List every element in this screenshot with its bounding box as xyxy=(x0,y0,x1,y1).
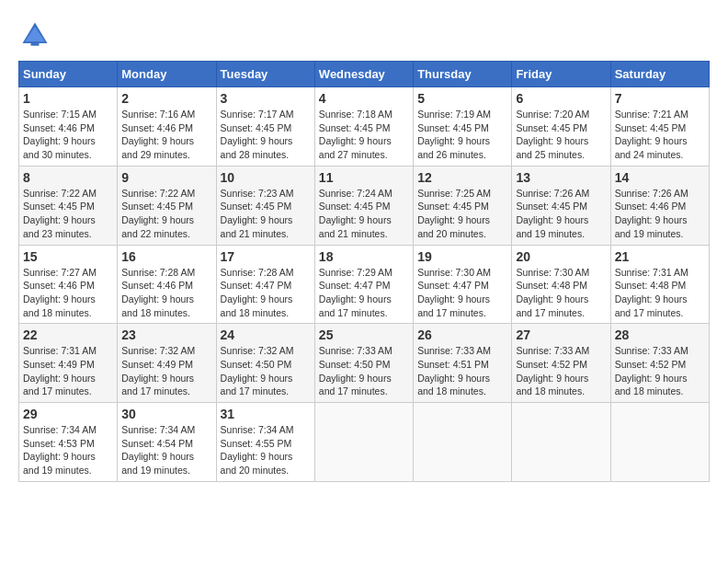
day-info: Sunrise: 7:21 AMSunset: 4:45 PMDaylight:… xyxy=(615,108,705,162)
day-info: Sunrise: 7:31 AMSunset: 4:48 PMDaylight:… xyxy=(615,266,705,320)
day-number: 17 xyxy=(221,249,311,264)
week-row-4: 22 Sunrise: 7:31 AMSunset: 4:49 PMDaylig… xyxy=(19,324,710,403)
calendar-header-row: SundayMondayTuesdayWednesdayThursdayFrid… xyxy=(19,62,710,87)
day-number: 29 xyxy=(23,407,113,421)
calendar-cell: 9 Sunrise: 7:22 AMSunset: 4:45 PMDayligh… xyxy=(118,166,216,245)
calendar-cell xyxy=(414,403,512,482)
day-number: 15 xyxy=(23,249,113,264)
week-row-3: 15 Sunrise: 7:27 AMSunset: 4:46 PMDaylig… xyxy=(19,245,710,324)
day-number: 18 xyxy=(319,249,409,264)
day-number: 2 xyxy=(121,91,211,106)
calendar-cell: 19 Sunrise: 7:30 AMSunset: 4:47 PMDaylig… xyxy=(414,245,512,324)
day-info: Sunrise: 7:18 AMSunset: 4:45 PMDaylight:… xyxy=(319,108,409,162)
day-info: Sunrise: 7:22 AMSunset: 4:45 PMDaylight:… xyxy=(23,187,113,241)
day-info: Sunrise: 7:17 AMSunset: 4:45 PMDaylight:… xyxy=(221,108,311,162)
day-info: Sunrise: 7:31 AMSunset: 4:49 PMDaylight:… xyxy=(23,344,113,398)
calendar-cell: 15 Sunrise: 7:27 AMSunset: 4:46 PMDaylig… xyxy=(19,245,118,324)
day-number: 13 xyxy=(516,170,606,185)
day-number: 27 xyxy=(516,327,606,342)
calendar-cell: 21 Sunrise: 7:31 AMSunset: 4:48 PMDaylig… xyxy=(610,245,709,324)
day-number: 14 xyxy=(615,170,705,185)
calendar-cell: 31 Sunrise: 7:34 AMSunset: 4:55 PMDaylig… xyxy=(216,403,314,482)
calendar-cell: 18 Sunrise: 7:29 AMSunset: 4:47 PMDaylig… xyxy=(314,245,413,324)
day-number: 9 xyxy=(121,170,211,185)
calendar-cell: 3 Sunrise: 7:17 AMSunset: 4:45 PMDayligh… xyxy=(216,87,314,167)
day-info: Sunrise: 7:26 AMSunset: 4:45 PMDaylight:… xyxy=(516,187,606,241)
day-number: 31 xyxy=(221,407,311,421)
day-number: 24 xyxy=(221,327,311,342)
week-row-1: 1 Sunrise: 7:15 AMSunset: 4:46 PMDayligh… xyxy=(19,87,710,167)
column-header-wednesday: Wednesday xyxy=(314,62,413,87)
week-row-5: 29 Sunrise: 7:34 AMSunset: 4:53 PMDaylig… xyxy=(19,403,710,482)
day-number: 28 xyxy=(615,327,705,342)
day-info: Sunrise: 7:27 AMSunset: 4:46 PMDaylight:… xyxy=(23,266,113,320)
calendar-cell: 14 Sunrise: 7:26 AMSunset: 4:46 PMDaylig… xyxy=(610,166,709,245)
day-info: Sunrise: 7:33 AMSunset: 4:52 PMDaylight:… xyxy=(516,344,606,398)
day-info: Sunrise: 7:34 AMSunset: 4:53 PMDaylight:… xyxy=(23,423,113,477)
page-header xyxy=(18,18,710,52)
calendar-cell: 22 Sunrise: 7:31 AMSunset: 4:49 PMDaylig… xyxy=(19,324,118,403)
day-number: 8 xyxy=(23,170,113,185)
calendar-cell: 1 Sunrise: 7:15 AMSunset: 4:46 PMDayligh… xyxy=(19,87,118,167)
calendar-cell: 20 Sunrise: 7:30 AMSunset: 4:48 PMDaylig… xyxy=(512,245,610,324)
calendar-cell: 26 Sunrise: 7:33 AMSunset: 4:51 PMDaylig… xyxy=(414,324,512,403)
calendar-cell xyxy=(610,403,709,482)
logo xyxy=(18,18,55,52)
day-number: 22 xyxy=(23,327,113,342)
calendar-cell: 13 Sunrise: 7:26 AMSunset: 4:45 PMDaylig… xyxy=(512,166,610,245)
day-info: Sunrise: 7:32 AMSunset: 4:49 PMDaylight:… xyxy=(121,344,211,398)
logo-icon xyxy=(18,18,51,52)
column-header-monday: Monday xyxy=(118,62,216,87)
day-info: Sunrise: 7:20 AMSunset: 4:45 PMDaylight:… xyxy=(516,108,606,162)
calendar-cell xyxy=(314,403,413,482)
day-number: 11 xyxy=(319,170,409,185)
day-number: 12 xyxy=(417,170,507,185)
day-info: Sunrise: 7:30 AMSunset: 4:47 PMDaylight:… xyxy=(417,266,507,320)
day-info: Sunrise: 7:16 AMSunset: 4:46 PMDaylight:… xyxy=(121,108,211,162)
day-info: Sunrise: 7:33 AMSunset: 4:52 PMDaylight:… xyxy=(615,344,705,398)
calendar-cell xyxy=(512,403,610,482)
calendar-cell: 30 Sunrise: 7:34 AMSunset: 4:54 PMDaylig… xyxy=(118,403,216,482)
day-number: 21 xyxy=(615,249,705,264)
calendar-cell: 2 Sunrise: 7:16 AMSunset: 4:46 PMDayligh… xyxy=(118,87,216,167)
svg-rect-2 xyxy=(31,41,40,46)
calendar-cell: 24 Sunrise: 7:32 AMSunset: 4:50 PMDaylig… xyxy=(216,324,314,403)
calendar-cell: 28 Sunrise: 7:33 AMSunset: 4:52 PMDaylig… xyxy=(610,324,709,403)
day-number: 16 xyxy=(121,249,211,264)
day-info: Sunrise: 7:15 AMSunset: 4:46 PMDaylight:… xyxy=(23,108,113,162)
day-number: 1 xyxy=(23,91,113,106)
day-number: 20 xyxy=(516,249,606,264)
day-info: Sunrise: 7:25 AMSunset: 4:45 PMDaylight:… xyxy=(417,187,507,241)
calendar-cell: 16 Sunrise: 7:28 AMSunset: 4:46 PMDaylig… xyxy=(118,245,216,324)
day-number: 26 xyxy=(417,327,507,342)
day-info: Sunrise: 7:33 AMSunset: 4:51 PMDaylight:… xyxy=(417,344,507,398)
day-info: Sunrise: 7:33 AMSunset: 4:50 PMDaylight:… xyxy=(319,344,409,398)
day-number: 25 xyxy=(319,327,409,342)
column-header-friday: Friday xyxy=(512,62,610,87)
day-number: 7 xyxy=(615,91,705,106)
day-number: 5 xyxy=(417,91,507,106)
calendar-table: SundayMondayTuesdayWednesdayThursdayFrid… xyxy=(18,61,710,482)
day-info: Sunrise: 7:28 AMSunset: 4:46 PMDaylight:… xyxy=(121,266,211,320)
day-info: Sunrise: 7:26 AMSunset: 4:46 PMDaylight:… xyxy=(615,187,705,241)
day-number: 30 xyxy=(121,407,211,421)
day-info: Sunrise: 7:32 AMSunset: 4:50 PMDaylight:… xyxy=(221,344,311,398)
calendar-cell: 4 Sunrise: 7:18 AMSunset: 4:45 PMDayligh… xyxy=(314,87,413,167)
calendar-cell: 10 Sunrise: 7:23 AMSunset: 4:45 PMDaylig… xyxy=(216,166,314,245)
calendar-cell: 8 Sunrise: 7:22 AMSunset: 4:45 PMDayligh… xyxy=(19,166,118,245)
day-info: Sunrise: 7:19 AMSunset: 4:45 PMDaylight:… xyxy=(417,108,507,162)
calendar-cell: 29 Sunrise: 7:34 AMSunset: 4:53 PMDaylig… xyxy=(19,403,118,482)
calendar-cell: 17 Sunrise: 7:28 AMSunset: 4:47 PMDaylig… xyxy=(216,245,314,324)
calendar-cell: 5 Sunrise: 7:19 AMSunset: 4:45 PMDayligh… xyxy=(414,87,512,167)
column-header-sunday: Sunday xyxy=(19,62,118,87)
calendar-cell: 7 Sunrise: 7:21 AMSunset: 4:45 PMDayligh… xyxy=(610,87,709,167)
day-info: Sunrise: 7:30 AMSunset: 4:48 PMDaylight:… xyxy=(516,266,606,320)
day-info: Sunrise: 7:29 AMSunset: 4:47 PMDaylight:… xyxy=(319,266,409,320)
calendar-cell: 6 Sunrise: 7:20 AMSunset: 4:45 PMDayligh… xyxy=(512,87,610,167)
column-header-saturday: Saturday xyxy=(610,62,709,87)
calendar-cell: 27 Sunrise: 7:33 AMSunset: 4:52 PMDaylig… xyxy=(512,324,610,403)
day-info: Sunrise: 7:34 AMSunset: 4:55 PMDaylight:… xyxy=(221,423,311,477)
calendar-cell: 23 Sunrise: 7:32 AMSunset: 4:49 PMDaylig… xyxy=(118,324,216,403)
day-info: Sunrise: 7:23 AMSunset: 4:45 PMDaylight:… xyxy=(221,187,311,241)
week-row-2: 8 Sunrise: 7:22 AMSunset: 4:45 PMDayligh… xyxy=(19,166,710,245)
